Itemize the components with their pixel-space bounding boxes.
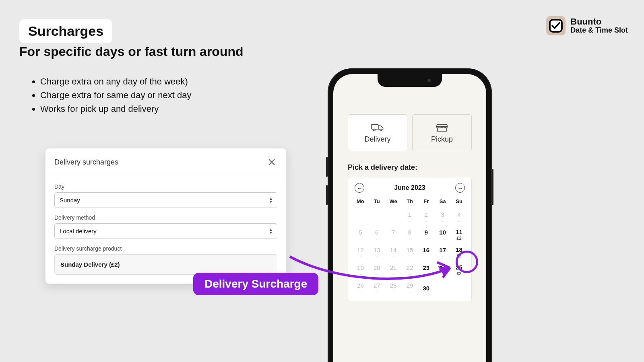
delivery-surcharge-badge: Delivery Surcharge [193,273,318,295]
cal-day-cell: 28- [385,279,402,297]
cal-day-cell[interactable]: 30 [418,279,434,297]
phone-power-button [492,169,493,205]
phone-volume-down [326,185,328,205]
cal-prev-button[interactable]: ← [355,183,364,193]
cal-day-cell[interactable]: 24- [434,261,451,279]
modal-title: Delivery surcharges [54,158,118,167]
page-title-pill: Surcharges [19,19,112,43]
cal-day-cell [369,208,385,226]
surcharge-modal: Delivery surcharges Day Sunday ▴▾ Delive… [45,148,287,284]
cal-month-label: June 2023 [394,184,425,191]
cal-dow: Su [451,196,467,208]
cal-day-cell: 13- [369,244,385,261]
cal-day-cell[interactable]: 11£2 [451,226,467,244]
day-select[interactable]: Sunday ▴▾ [54,192,277,208]
brand-subtitle: Date & Time Slot [570,27,628,35]
tab-delivery-label: Delivery [364,135,390,144]
chevron-sort-icon: ▴▾ [270,197,272,203]
cal-day-cell: 3- [434,208,451,226]
cal-dow: We [385,196,402,208]
cal-day-cell: 2- [418,208,434,226]
tab-pickup-label: Pickup [431,135,453,144]
phone-volume-up [326,157,328,177]
cal-day-cell: 8- [402,226,418,244]
day-select-value: Sunday [60,197,80,204]
brand-icon [546,16,566,35]
store-icon [435,122,449,133]
phone-mockup: Delivery Pickup Pick a delivery date: ← … [328,68,492,362]
cal-day-cell[interactable]: 17- [434,244,451,261]
cal-day-cell[interactable]: 9- [418,226,434,244]
tab-pickup[interactable]: Pickup [412,114,472,151]
cal-day-cell[interactable]: 10- [434,226,451,244]
cal-day-cell [451,279,467,297]
cal-dow: Tu [369,196,385,208]
cal-next-button[interactable]: → [455,183,465,193]
bullet-item: Works for pick up and delivery [40,102,191,116]
cal-day-cell: 4- [451,208,467,226]
chevron-sort-icon: ▴▾ [270,228,272,234]
cal-day-cell: 7- [385,226,402,244]
method-label: Delivery method [54,214,277,221]
cal-dow: Mo [352,196,369,208]
cal-day-cell: 20- [369,261,385,279]
bullet-item: Charge extra on any day of the week) [40,75,191,88]
cal-day-cell: 15- [402,244,418,261]
feature-bullets: Charge extra on any day of the week) Cha… [36,75,191,116]
cal-day-cell: 26- [352,279,369,297]
bullet-item: Charge extra for same day or next day [40,88,191,102]
phone-notch [378,74,442,87]
cal-day-cell [385,208,402,226]
cal-day-cell [352,208,369,226]
method-select[interactable]: Local delivery ▴▾ [54,223,277,239]
calendar: ← June 2023 → MoTuWeThFrSaSu 1-2-3-4-5-6… [348,177,472,301]
cal-day-cell: 29- [402,279,418,297]
phone-screen: Delivery Pickup Pick a delivery date: ← … [333,74,486,362]
cal-day-cell: 12- [352,244,369,261]
page-subtitle: For specific days or fast turn around [19,44,244,59]
truck-icon [371,122,384,133]
product-label: Delivery surcharge product [54,245,277,252]
brand-name: Buunto [570,17,628,27]
tab-delivery[interactable]: Delivery [348,114,407,151]
cal-day-cell[interactable]: 18£2 [451,244,467,261]
brand-block: Buunto Date & Time Slot [546,16,628,35]
cal-day-cell [434,279,451,297]
cal-day-cell[interactable]: 23- [418,261,434,279]
cal-day-cell: 6- [369,226,385,244]
product-value-box[interactable]: Sunday Delivery (£2) [54,254,277,275]
cal-day-cell: 5- [352,226,369,244]
cal-day-cell[interactable]: 16- [418,244,434,261]
cal-day-cell: 1- [402,208,418,226]
cal-day-cell[interactable]: 25£2 [451,261,467,279]
cal-dow: Sa [434,196,451,208]
cal-dow: Fr [418,196,434,208]
day-label: Day [54,183,277,190]
cal-day-cell: 22- [402,261,418,279]
svg-rect-1 [372,124,378,129]
pick-date-label: Pick a delivery date: [348,163,417,172]
cal-day-cell: 14- [385,244,402,261]
cal-day-cell: 19- [352,261,369,279]
method-select-value: Local delivery [60,228,97,234]
cal-dow: Th [402,196,418,208]
close-icon[interactable] [266,156,277,168]
cal-day-cell: 21- [385,261,402,279]
cal-day-cell: 27- [369,279,385,297]
